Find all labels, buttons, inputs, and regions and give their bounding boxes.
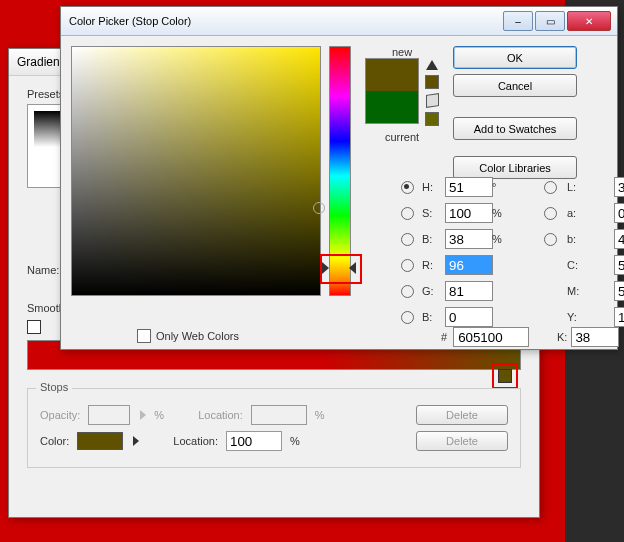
label-h: H: xyxy=(422,181,442,193)
stop-color-chip[interactable] xyxy=(77,432,123,450)
opacity-unit: % xyxy=(154,409,164,421)
only-web-colors-label: Only Web Colors xyxy=(156,330,239,342)
unit-h: ° xyxy=(492,181,508,193)
radio-h[interactable] xyxy=(401,181,414,194)
hex-label: # xyxy=(441,331,447,343)
radio-s[interactable] xyxy=(401,207,414,220)
close-button[interactable]: ✕ xyxy=(567,11,611,31)
hex-input[interactable] xyxy=(453,327,529,347)
gamut-swatch[interactable] xyxy=(425,75,439,89)
preview-current xyxy=(366,91,418,123)
label-brgb: B: xyxy=(422,311,442,323)
radio-r[interactable] xyxy=(401,259,414,272)
input-l[interactable] xyxy=(614,177,624,197)
color-picker-titlebar[interactable]: Color Picker (Stop Color) – ▭ ✕ xyxy=(61,7,617,36)
input-s[interactable] xyxy=(445,203,493,223)
preview-new xyxy=(366,59,418,91)
input-h[interactable] xyxy=(445,177,493,197)
label-c: C: xyxy=(567,259,611,271)
location2-label: Location: xyxy=(173,435,218,447)
location1-unit: % xyxy=(315,409,325,421)
location2-input[interactable] xyxy=(226,431,282,451)
cancel-button[interactable]: Cancel xyxy=(453,74,577,97)
minimize-button[interactable]: – xyxy=(503,11,533,31)
input-blab[interactable] xyxy=(614,229,624,249)
saturation-value-field[interactable] xyxy=(71,46,321,296)
gamut-warning-icon[interactable] xyxy=(426,60,438,70)
highlight-hue xyxy=(320,254,362,284)
input-bhsb[interactable] xyxy=(445,229,493,249)
ok-button[interactable]: OK xyxy=(453,46,577,69)
label-y: Y: xyxy=(567,311,611,323)
location1-input xyxy=(251,405,307,425)
websafe-warning-icon[interactable] xyxy=(426,93,439,108)
color-stepper[interactable] xyxy=(133,436,139,446)
radio-bhsb[interactable] xyxy=(401,233,414,246)
add-to-swatches-button[interactable]: Add to Swatches xyxy=(453,117,577,140)
maximize-button[interactable]: ▭ xyxy=(535,11,565,31)
label-g: G: xyxy=(422,285,442,297)
opacity-stop-top[interactable] xyxy=(27,320,41,334)
input-y[interactable] xyxy=(614,307,624,327)
color-values-grid: H:° L: S:% a: B:% b: R: C: G: M: B: Y: xyxy=(401,177,624,327)
location2-unit: % xyxy=(290,435,300,447)
radio-l[interactable] xyxy=(544,181,557,194)
name-label: Name: xyxy=(27,264,59,276)
input-a[interactable] xyxy=(614,203,624,223)
only-web-colors-checkbox[interactable] xyxy=(137,329,151,343)
radio-g[interactable] xyxy=(401,285,414,298)
sv-cursor[interactable] xyxy=(313,202,325,214)
label-l: L: xyxy=(567,181,611,193)
color-label: Color: xyxy=(40,435,69,447)
color-preview[interactable] xyxy=(365,58,419,124)
label-a: a: xyxy=(567,207,611,219)
label-blab: b: xyxy=(567,233,611,245)
radio-a[interactable] xyxy=(544,207,557,220)
opacity-input xyxy=(88,405,130,425)
opacity-stepper xyxy=(140,410,146,420)
input-brgb[interactable] xyxy=(445,307,493,327)
stops-group: Stops Opacity: % Location: % Delete Colo… xyxy=(27,388,521,468)
input-g[interactable] xyxy=(445,281,493,301)
input-r[interactable] xyxy=(445,255,493,275)
radio-brgb[interactable] xyxy=(401,311,414,324)
delete-color-stop-button: Delete xyxy=(416,431,508,451)
radio-blab[interactable] xyxy=(544,233,557,246)
unit-s: % xyxy=(492,207,508,219)
label-m: M: xyxy=(567,285,611,297)
new-label: new xyxy=(392,46,412,58)
color-libraries-button[interactable]: Color Libraries xyxy=(453,156,577,179)
label-s: S: xyxy=(422,207,442,219)
current-label: current xyxy=(385,131,419,143)
stops-legend: Stops xyxy=(36,381,72,393)
label-r: R: xyxy=(422,259,442,271)
input-c[interactable] xyxy=(614,255,624,275)
label-k: K: xyxy=(557,331,567,343)
input-k[interactable] xyxy=(571,327,619,347)
delete-opacity-stop-button: Delete xyxy=(416,405,508,425)
highlight-stop xyxy=(492,363,518,389)
color-picker-title: Color Picker (Stop Color) xyxy=(69,15,191,27)
label-bhsb: B: xyxy=(422,233,442,245)
websafe-swatch[interactable] xyxy=(425,112,439,126)
unit-bhsb: % xyxy=(492,233,508,245)
location1-label: Location: xyxy=(198,409,243,421)
opacity-label: Opacity: xyxy=(40,409,80,421)
color-picker-dialog: Color Picker (Stop Color) – ▭ ✕ new xyxy=(60,6,618,350)
input-m[interactable] xyxy=(614,281,624,301)
